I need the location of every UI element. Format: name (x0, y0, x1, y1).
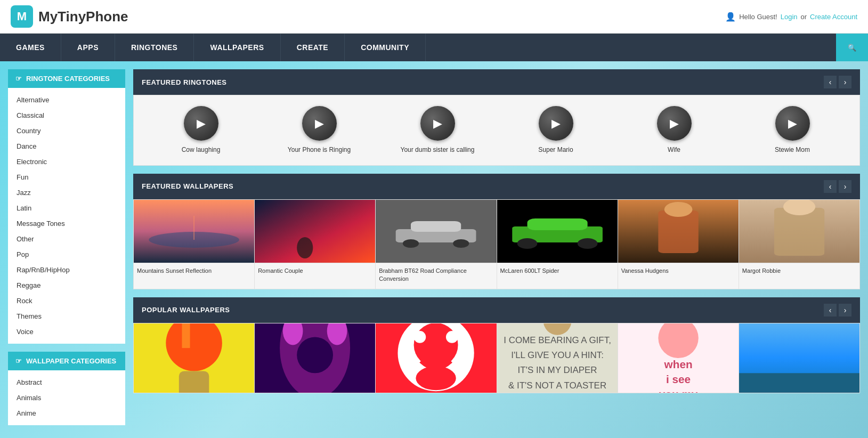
prev-icon-2: ‹ (829, 182, 832, 191)
play-button-3[interactable]: ▶ (420, 106, 455, 141)
sidebar-item-themes[interactable]: Themes (8, 309, 125, 324)
sidebar-item-electronic[interactable]: Electronic (8, 154, 125, 169)
play-button-4[interactable]: ▶ (539, 106, 573, 141)
ringtone-item-1[interactable]: ▶ Cow laughing (142, 103, 260, 157)
wallpapers-next-button[interactable]: › (839, 180, 851, 193)
wallpapers-prev-button[interactable]: ‹ (824, 180, 837, 193)
popular-next-button[interactable]: › (839, 304, 851, 317)
sidebar-item-voice[interactable]: Voice (8, 324, 125, 339)
sidebar-item-pop[interactable]: Pop (8, 247, 125, 262)
navbar: GAMES APPS RINGTONES WALLPAPERS CREATE C… (0, 34, 868, 61)
sidebar-item-classical[interactable]: Classical (8, 108, 125, 123)
popular-item-2[interactable] (255, 323, 376, 393)
prev-icon-3: ‹ (829, 306, 832, 314)
ringtone-item-4[interactable]: ▶ Super Mario (497, 103, 615, 157)
wallpaper-img-5[interactable] (618, 200, 739, 263)
ringtone-item-2[interactable]: ▶ Your Phone is Ringing (260, 103, 378, 157)
svg-point-13 (517, 238, 537, 249)
svg-point-32 (414, 323, 458, 367)
svg-point-14 (577, 238, 597, 249)
nav-wallpapers[interactable]: WALLPAPERS (194, 34, 280, 61)
popular-item-5[interactable]: when i see you my heart (618, 323, 739, 393)
wallpaper-categories-label: WALLPAPER CATEGORIES (26, 357, 116, 365)
ringtones-grid: ▶ Cow laughing ▶ Your Phone is Ringing ▶… (133, 95, 860, 166)
wallpaper-label-5: Vanessa Hudgens (618, 263, 739, 289)
wallpaper-img-3[interactable] (376, 200, 497, 263)
sidebar-item-reggae[interactable]: Reggae (8, 278, 125, 293)
or-text: or (801, 13, 807, 21)
right-panel: FEATURED RINGTONES ‹ › ▶ Cow laughing ▶ … (133, 69, 860, 433)
sidebar-item-anime[interactable]: Anime (8, 405, 125, 421)
svg-text:& IT'S NOT A TOASTER: & IT'S NOT A TOASTER (508, 380, 606, 390)
wallpapers-container: Mountains Sunset Reflection Romantic Cou… (133, 199, 860, 289)
ringtone-name-5: Wife (668, 146, 680, 155)
sidebar-item-fun[interactable]: Fun (8, 169, 125, 185)
sidebar-item-jazz[interactable]: Jazz (8, 185, 125, 200)
popular-item-6[interactable] (739, 323, 859, 393)
wallpaper-img-1[interactable] (134, 200, 255, 263)
wallpaper-img-4[interactable] (497, 200, 618, 263)
play-button-2[interactable]: ▶ (302, 106, 337, 141)
sidebar-item-abstract[interactable]: Abstract (8, 375, 125, 390)
popular-wallpapers-section: POPULAR WALLPAPERS ‹ › (133, 297, 860, 393)
wallpaper-label-6: Margot Robbie (739, 263, 859, 289)
nav-community[interactable]: COMMUNITY (345, 34, 426, 61)
wallpaper-img-2[interactable] (255, 200, 376, 263)
popular-nav: ‹ › (824, 304, 851, 317)
sidebar-item-message-tones[interactable]: Message Tones (8, 216, 125, 231)
play-button-5[interactable]: ▶ (657, 106, 692, 141)
wallpaper-img-6[interactable] (739, 200, 859, 263)
svg-point-35 (446, 331, 458, 343)
wallpaper-label-4: McLaren 600LT Spider (497, 263, 618, 289)
sidebar-item-alternative[interactable]: Alternative (8, 92, 125, 108)
sidebar-item-animals[interactable]: Animals (8, 390, 125, 405)
svg-point-17 (664, 202, 692, 217)
ringtones-next-button[interactable]: › (839, 76, 851, 88)
svg-point-34 (414, 331, 426, 343)
nav-apps[interactable]: APPS (61, 34, 115, 61)
sidebar-item-rap[interactable]: Rap/RnB/HipHop (8, 262, 125, 278)
ringtones-prev-button[interactable]: ‹ (824, 76, 837, 88)
ringtone-name-1: Cow laughing (182, 146, 221, 155)
ringtone-name-6: Stewie Mom (775, 146, 810, 155)
sidebar-item-other[interactable]: Other (8, 231, 125, 247)
nav-ringtones[interactable]: RINGTONES (115, 34, 194, 61)
play-button-1[interactable]: ▶ (184, 106, 218, 141)
login-link[interactable]: Login (781, 13, 798, 21)
svg-text:I COME BEARING A GIFT,: I COME BEARING A GIFT, (504, 335, 611, 345)
ringtone-item-6[interactable]: ▶ Stewie Mom (733, 103, 851, 157)
popular-container: I COME BEARING A GIFT, I'LL GIVE YOU A H… (133, 323, 860, 393)
logo-icon: M (11, 5, 33, 28)
ringtone-item-5[interactable]: ▶ Wife (615, 103, 733, 157)
nav-create[interactable]: CREATE (281, 34, 345, 61)
sidebar: ☞ RINGTONE CATEGORIES Alternative Classi… (8, 69, 125, 433)
tag-icon-2: ☞ (15, 357, 22, 365)
search-button[interactable]: 🔍 (836, 34, 868, 61)
sidebar-item-dance[interactable]: Dance (8, 139, 125, 154)
svg-rect-24 (179, 371, 209, 392)
sidebar-item-rock[interactable]: Rock (8, 293, 125, 309)
svg-text:i see: i see (666, 373, 691, 385)
svg-rect-49 (739, 373, 859, 393)
nav-games[interactable]: GAMES (0, 34, 61, 61)
sidebar-item-latin[interactable]: Latin (8, 200, 125, 216)
featured-wallpapers-section: FEATURED WALLPAPERS ‹ › (133, 174, 860, 289)
next-icon: › (844, 78, 847, 86)
wallpaper-label-1: Mountains Sunset Reflection (134, 263, 255, 289)
logo-text: MyTinyPhone (38, 9, 128, 25)
wallpaper-label-2: Romantic Couple (255, 263, 376, 289)
ringtone-item-3[interactable]: ▶ Your dumb sister is calling (378, 103, 497, 157)
sidebar-item-country[interactable]: Country (8, 123, 125, 139)
play-button-6[interactable]: ▶ (775, 106, 810, 141)
wallpapers-bottom-row: Mountains Sunset Reflection Romantic Cou… (134, 263, 859, 289)
featured-wallpapers-label: FEATURED WALLPAPERS (142, 182, 233, 190)
popular-item-4[interactable]: I COME BEARING A GIFT, I'LL GIVE YOU A H… (497, 323, 618, 393)
popular-prev-button[interactable]: ‹ (824, 304, 837, 317)
popular-item-1[interactable] (134, 323, 255, 393)
create-account-link[interactable]: Create Account (810, 13, 857, 21)
popular-wallpapers-label: POPULAR WALLPAPERS (142, 306, 230, 314)
header-right: 👤 Hello Guest! Login or Create Account (725, 12, 857, 22)
popular-item-3[interactable] (376, 323, 497, 393)
wallpaper-categories-list: Abstract Animals Anime (8, 370, 125, 425)
wallpaper-label-3: Brabham BT62 Road Compliance Conversion (376, 263, 497, 289)
